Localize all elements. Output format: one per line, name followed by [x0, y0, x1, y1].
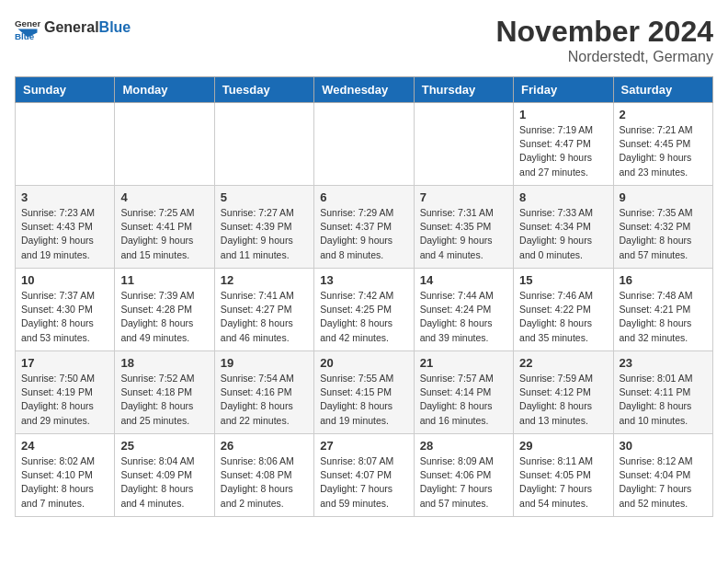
table-row: 17Sunrise: 7:50 AM Sunset: 4:19 PM Dayli… — [16, 351, 115, 434]
table-row — [314, 103, 414, 186]
day-info: Sunrise: 7:19 AM Sunset: 4:47 PM Dayligh… — [519, 123, 607, 179]
table-row: 2Sunrise: 7:21 AM Sunset: 4:45 PM Daylig… — [613, 103, 712, 186]
table-row: 21Sunrise: 7:57 AM Sunset: 4:14 PM Dayli… — [414, 351, 513, 434]
logo: General Blue GeneralBlue — [15, 15, 131, 40]
day-number: 10 — [21, 273, 108, 287]
day-info: Sunrise: 8:01 AM Sunset: 4:11 PM Dayligh… — [620, 372, 707, 428]
day-info: Sunrise: 7:44 AM Sunset: 4:24 PM Dayligh… — [420, 289, 507, 345]
calendar-table: Sunday Monday Tuesday Wednesday Thursday… — [15, 76, 713, 517]
day-number: 8 — [519, 190, 607, 204]
col-wednesday: Wednesday — [314, 77, 414, 103]
day-number: 5 — [221, 190, 308, 204]
table-row: 27Sunrise: 8:07 AM Sunset: 4:07 PM Dayli… — [314, 434, 414, 517]
table-row: 6Sunrise: 7:29 AM Sunset: 4:37 PM Daylig… — [314, 186, 414, 269]
month-title: November 2024 — [495, 15, 713, 49]
day-number: 24 — [21, 439, 108, 453]
day-info: Sunrise: 7:31 AM Sunset: 4:35 PM Dayligh… — [420, 206, 507, 262]
day-info: Sunrise: 8:12 AM Sunset: 4:04 PM Dayligh… — [620, 454, 707, 511]
calendar-week-row: 24Sunrise: 8:02 AM Sunset: 4:10 PM Dayli… — [16, 434, 713, 517]
table-row: 15Sunrise: 7:46 AM Sunset: 4:22 PM Dayli… — [514, 269, 613, 351]
col-monday: Monday — [115, 77, 214, 103]
day-number: 29 — [519, 439, 607, 453]
table-row: 13Sunrise: 7:42 AM Sunset: 4:25 PM Dayli… — [314, 269, 414, 351]
day-info: Sunrise: 7:27 AM Sunset: 4:39 PM Dayligh… — [221, 206, 308, 262]
day-number: 25 — [120, 439, 208, 453]
day-number: 18 — [120, 356, 208, 370]
table-row — [115, 103, 214, 186]
table-row: 1Sunrise: 7:19 AM Sunset: 4:47 PM Daylig… — [514, 103, 613, 186]
table-row: 28Sunrise: 8:09 AM Sunset: 4:06 PM Dayli… — [414, 434, 513, 517]
table-row: 30Sunrise: 8:12 AM Sunset: 4:04 PM Dayli… — [613, 434, 712, 517]
day-number: 15 — [519, 273, 607, 287]
day-info: Sunrise: 7:48 AM Sunset: 4:21 PM Dayligh… — [620, 289, 707, 345]
col-saturday: Saturday — [613, 77, 712, 103]
location-title: Norderstedt, Germany — [495, 49, 713, 65]
day-number: 6 — [320, 190, 407, 204]
day-number: 26 — [221, 439, 308, 453]
day-info: Sunrise: 7:23 AM Sunset: 4:43 PM Dayligh… — [21, 206, 108, 262]
day-info: Sunrise: 7:50 AM Sunset: 4:19 PM Dayligh… — [21, 372, 108, 428]
day-number: 1 — [519, 108, 607, 121]
day-number: 17 — [21, 356, 108, 370]
day-info: Sunrise: 7:42 AM Sunset: 4:25 PM Dayligh… — [320, 289, 407, 345]
day-number: 19 — [221, 356, 308, 370]
day-number: 13 — [320, 273, 407, 287]
day-info: Sunrise: 7:37 AM Sunset: 4:30 PM Dayligh… — [21, 289, 108, 345]
table-row: 22Sunrise: 7:59 AM Sunset: 4:12 PM Dayli… — [514, 351, 613, 434]
day-info: Sunrise: 7:52 AM Sunset: 4:18 PM Dayligh… — [120, 372, 208, 428]
col-thursday: Thursday — [414, 77, 513, 103]
day-info: Sunrise: 8:04 AM Sunset: 4:09 PM Dayligh… — [120, 454, 208, 511]
table-row: 3Sunrise: 7:23 AM Sunset: 4:43 PM Daylig… — [16, 186, 115, 269]
day-number: 7 — [420, 190, 507, 204]
table-row: 25Sunrise: 8:04 AM Sunset: 4:09 PM Dayli… — [115, 434, 214, 517]
calendar-week-row: 17Sunrise: 7:50 AM Sunset: 4:19 PM Dayli… — [16, 351, 713, 434]
day-number: 21 — [420, 356, 507, 370]
day-number: 4 — [120, 190, 208, 204]
header: General Blue GeneralBlue November 2024 N… — [15, 15, 713, 65]
day-info: Sunrise: 8:11 AM Sunset: 4:05 PM Dayligh… — [519, 454, 607, 511]
day-number: 22 — [519, 356, 607, 370]
day-number: 3 — [21, 190, 108, 204]
day-info: Sunrise: 7:55 AM Sunset: 4:15 PM Dayligh… — [320, 372, 407, 428]
title-area: November 2024 Norderstedt, Germany — [495, 15, 713, 65]
day-info: Sunrise: 8:02 AM Sunset: 4:10 PM Dayligh… — [21, 454, 108, 511]
day-info: Sunrise: 7:33 AM Sunset: 4:34 PM Dayligh… — [519, 206, 607, 262]
table-row: 14Sunrise: 7:44 AM Sunset: 4:24 PM Dayli… — [414, 269, 513, 351]
table-row: 7Sunrise: 7:31 AM Sunset: 4:35 PM Daylig… — [414, 186, 513, 269]
day-number: 14 — [420, 273, 507, 287]
calendar-header-row: Sunday Monday Tuesday Wednesday Thursday… — [16, 77, 713, 103]
table-row — [414, 103, 513, 186]
table-row: 16Sunrise: 7:48 AM Sunset: 4:21 PM Dayli… — [613, 269, 712, 351]
calendar-week-row: 1Sunrise: 7:19 AM Sunset: 4:47 PM Daylig… — [16, 103, 713, 186]
day-number: 20 — [320, 356, 407, 370]
day-info: Sunrise: 7:29 AM Sunset: 4:37 PM Dayligh… — [320, 206, 407, 262]
day-info: Sunrise: 8:06 AM Sunset: 4:08 PM Dayligh… — [221, 454, 308, 511]
table-row: 4Sunrise: 7:25 AM Sunset: 4:41 PM Daylig… — [115, 186, 214, 269]
day-number: 28 — [420, 439, 507, 453]
table-row: 11Sunrise: 7:39 AM Sunset: 4:28 PM Dayli… — [115, 269, 214, 351]
calendar-week-row: 3Sunrise: 7:23 AM Sunset: 4:43 PM Daylig… — [16, 186, 713, 269]
col-sunday: Sunday — [16, 77, 115, 103]
day-number: 27 — [320, 439, 407, 453]
day-info: Sunrise: 7:41 AM Sunset: 4:27 PM Dayligh… — [221, 289, 308, 345]
logo-icon: General Blue — [15, 15, 40, 40]
day-info: Sunrise: 7:46 AM Sunset: 4:22 PM Dayligh… — [519, 289, 607, 345]
day-info: Sunrise: 7:59 AM Sunset: 4:12 PM Dayligh… — [519, 372, 607, 428]
svg-text:General: General — [15, 18, 40, 29]
table-row: 9Sunrise: 7:35 AM Sunset: 4:32 PM Daylig… — [613, 186, 712, 269]
day-info: Sunrise: 7:21 AM Sunset: 4:45 PM Dayligh… — [620, 123, 707, 179]
svg-text:Blue: Blue — [15, 31, 35, 40]
table-row: 12Sunrise: 7:41 AM Sunset: 4:27 PM Dayli… — [214, 269, 313, 351]
col-tuesday: Tuesday — [214, 77, 313, 103]
table-row: 20Sunrise: 7:55 AM Sunset: 4:15 PM Dayli… — [314, 351, 414, 434]
table-row: 26Sunrise: 8:06 AM Sunset: 4:08 PM Dayli… — [214, 434, 313, 517]
day-info: Sunrise: 7:25 AM Sunset: 4:41 PM Dayligh… — [120, 206, 208, 262]
table-row — [16, 103, 115, 186]
table-row — [214, 103, 313, 186]
day-info: Sunrise: 8:09 AM Sunset: 4:06 PM Dayligh… — [420, 454, 507, 511]
calendar-week-row: 10Sunrise: 7:37 AM Sunset: 4:30 PM Dayli… — [16, 269, 713, 351]
day-number: 30 — [620, 439, 707, 453]
table-row: 29Sunrise: 8:11 AM Sunset: 4:05 PM Dayli… — [514, 434, 613, 517]
day-info: Sunrise: 7:35 AM Sunset: 4:32 PM Dayligh… — [620, 206, 707, 262]
table-row: 8Sunrise: 7:33 AM Sunset: 4:34 PM Daylig… — [514, 186, 613, 269]
